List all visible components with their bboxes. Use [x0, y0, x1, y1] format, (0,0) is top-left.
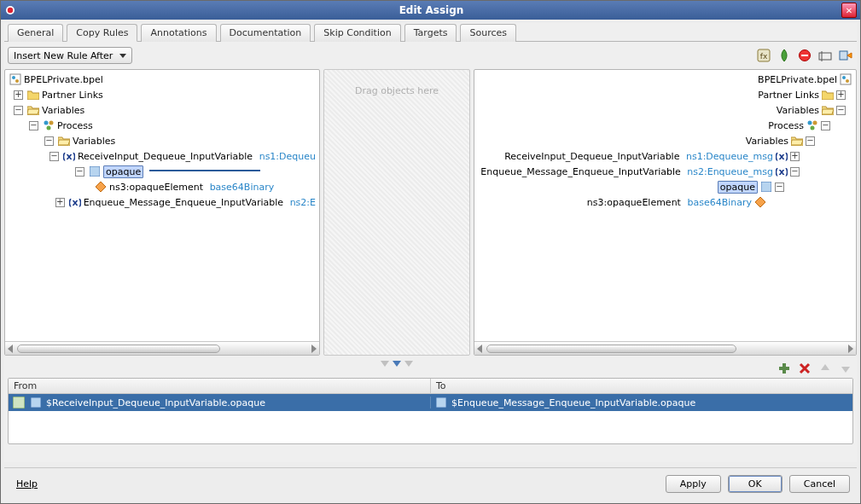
tree-node-opaque-element: ns3:opaqueElement — [109, 182, 203, 193]
xpath-builder-icon[interactable] — [777, 48, 792, 63]
svg-text:(x): (x) — [63, 151, 75, 162]
tree-node-receive-input: ReceiveInput_Dequeue_InputVariable — [504, 151, 679, 162]
folder-open-icon — [57, 135, 71, 147]
drop-hint-label: Drag objects here — [355, 85, 439, 96]
apply-button[interactable]: Apply — [666, 475, 721, 493]
titlebar: Edit Assign ✕ — [1, 1, 860, 20]
tab-annotations[interactable]: Annotations — [141, 24, 216, 42]
collapse-handle-left[interactable] — [319, 202, 320, 223]
target-tree-panel: BPELPrivate.bpel Partner Links+ Variable… — [474, 69, 857, 356]
expand-toggle[interactable]: + — [14, 90, 23, 100]
collapse-toggle[interactable]: − — [29, 121, 38, 130]
move-down-icon[interactable] — [838, 361, 853, 376]
rules-actions-toolbar — [4, 356, 857, 378]
expand-toggle[interactable]: + — [790, 152, 800, 161]
tab-targets[interactable]: Targets — [404, 24, 457, 42]
part-icon — [759, 181, 773, 193]
expand-toggle[interactable]: + — [55, 198, 65, 207]
window-close-button[interactable]: ✕ — [841, 3, 857, 18]
delete-rule-icon[interactable] — [797, 361, 812, 376]
edit-assign-window: Edit Assign ✕ General Copy Rules Annotat… — [0, 0, 861, 504]
collapse-toggle[interactable]: − — [790, 167, 800, 177]
cancel-button[interactable]: Cancel — [789, 475, 850, 493]
svg-point-22 — [813, 121, 817, 125]
svg-rect-18 — [841, 74, 851, 84]
insert-rule-dropdown[interactable]: Insert New Rule After — [8, 47, 132, 64]
collapse-toggle[interactable]: − — [775, 182, 784, 192]
variable-icon: (x) — [775, 165, 788, 177]
svg-rect-29 — [13, 397, 25, 408]
from-type-icon — [12, 397, 26, 408]
folder-icon — [821, 89, 835, 101]
svg-rect-16 — [90, 166, 100, 177]
expression-builder-icon[interactable]: fx — [756, 48, 771, 63]
source-tree-panel: BPELPrivate.bpel +Partner Links −Variabl… — [4, 69, 320, 356]
rules-table: From To $ReceiveInput_Dequeue_InputVaria… — [8, 378, 853, 444]
element-icon — [94, 181, 108, 193]
type-label: ns2:E — [290, 197, 316, 208]
rule-pager[interactable] — [381, 361, 413, 367]
tree-node-enqueue: Enqueue_Message_Enqueue_InputVariable — [480, 166, 681, 177]
collapse-toggle[interactable]: − — [806, 136, 815, 146]
source-tree[interactable]: BPELPrivate.bpel +Partner Links −Variabl… — [5, 70, 319, 341]
process-icon — [42, 119, 55, 131]
add-rule-icon[interactable] — [777, 361, 792, 376]
folder-open-icon — [821, 104, 835, 116]
help-link[interactable]: Help — [11, 476, 43, 492]
tree-node-variables-inner: Variables — [73, 136, 115, 147]
variable-icon: (x) — [62, 150, 76, 162]
from-value: $ReceiveInput_Dequeue_InputVariable.opaq… — [46, 397, 265, 408]
rename-icon[interactable] — [817, 48, 833, 63]
variable-icon: (x) — [68, 196, 82, 208]
tab-sources[interactable]: Sources — [460, 24, 516, 42]
svg-point-20 — [846, 79, 849, 83]
tree-node-partner-links: Partner Links — [758, 90, 819, 101]
target-tree[interactable]: BPELPrivate.bpel Partner Links+ Variable… — [474, 70, 856, 341]
svg-point-1 — [8, 8, 13, 13]
svg-text:fx: fx — [760, 52, 768, 61]
expand-toggle[interactable]: + — [836, 90, 846, 100]
tree-node-receive-input: ReceiveInput_Dequeue_InputVariable — [78, 151, 253, 162]
tab-documentation[interactable]: Documentation — [220, 24, 311, 42]
hscrollbar[interactable] — [474, 341, 856, 355]
ok-button[interactable]: OK — [728, 475, 782, 493]
tab-strip: General Copy Rules Annotations Documenta… — [4, 23, 857, 42]
collapse-toggle[interactable]: − — [836, 106, 846, 115]
folder-icon — [26, 89, 40, 101]
tab-general[interactable]: General — [8, 24, 63, 42]
tree-node-variables: Variables — [777, 105, 819, 116]
insert-rule-label: Insert New Rule After — [14, 50, 113, 61]
dialog-content: General Copy Rules Annotations Documenta… — [1, 20, 860, 503]
part-icon — [29, 397, 43, 408]
collapse-toggle[interactable]: − — [821, 121, 830, 130]
svg-rect-8 — [840, 51, 847, 60]
tab-copy-rules[interactable]: Copy Rules — [67, 24, 137, 42]
collapse-toggle[interactable]: − — [49, 152, 59, 161]
collapse-toggle[interactable]: − — [14, 106, 23, 115]
recast-icon[interactable] — [838, 48, 853, 63]
svg-rect-6 — [819, 53, 831, 60]
tree-node-opaque[interactable]: opaque — [718, 181, 758, 194]
to-value: $Enqueue_Message_Enqueue_InputVariable.o… — [451, 397, 695, 408]
dialog-footer: Help Apply OK Cancel — [4, 467, 857, 500]
collapse-toggle[interactable]: − — [75, 167, 84, 177]
remove-icon[interactable] — [797, 48, 812, 63]
svg-rect-31 — [436, 397, 446, 408]
bpel-file-icon — [839, 73, 852, 85]
tree-node-opaque-element: ns3:opaqueElement — [587, 197, 681, 208]
svg-rect-9 — [10, 74, 20, 84]
hscrollbar[interactable] — [5, 341, 319, 355]
svg-rect-5 — [801, 55, 808, 56]
drop-zone[interactable]: Drag objects here — [323, 69, 470, 356]
collapse-toggle[interactable]: − — [44, 136, 54, 146]
svg-rect-28 — [779, 367, 789, 370]
svg-point-14 — [47, 126, 51, 130]
table-row[interactable]: $ReceiveInput_Dequeue_InputVariable.opaq… — [9, 394, 852, 411]
tree-node-root: BPELPrivate.bpel — [758, 74, 837, 85]
move-up-icon[interactable] — [817, 361, 833, 376]
column-from-header[interactable]: From — [9, 379, 431, 393]
svg-point-11 — [15, 79, 19, 83]
column-to-header[interactable]: To — [431, 379, 852, 393]
tab-skip-condition[interactable]: Skip Condition — [314, 24, 400, 42]
tree-node-opaque[interactable]: opaque — [103, 165, 143, 178]
